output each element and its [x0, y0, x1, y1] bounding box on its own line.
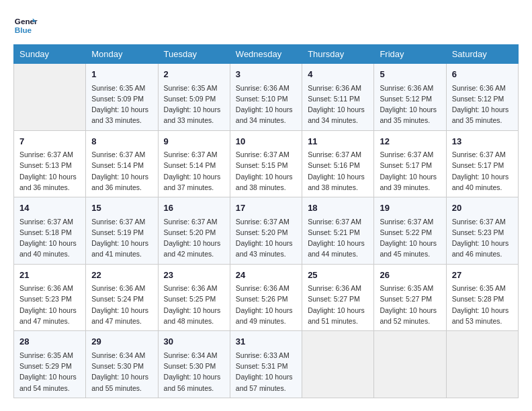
day-info: Sunrise: 6:33 AM Sunset: 5:31 PM Dayligh…	[236, 350, 296, 394]
day-info: Sunrise: 6:37 AM Sunset: 5:14 PM Dayligh…	[91, 149, 152, 193]
day-number: 3	[236, 68, 296, 81]
weekday-header-thursday: Thursday	[302, 45, 374, 64]
calendar-cell: 17Sunrise: 6:37 AM Sunset: 5:20 PM Dayli…	[230, 197, 302, 265]
weekday-header-row: SundayMondayTuesdayWednesdayThursdayFrid…	[14, 45, 519, 64]
day-number: 13	[452, 135, 513, 148]
day-number: 4	[308, 68, 368, 81]
calendar-cell: 23Sunrise: 6:36 AM Sunset: 5:25 PM Dayli…	[158, 264, 230, 331]
day-info: Sunrise: 6:36 AM Sunset: 5:10 PM Dayligh…	[236, 83, 296, 126]
day-number: 15	[91, 201, 152, 215]
calendar-cell	[14, 64, 86, 131]
calendar-cell: 22Sunrise: 6:36 AM Sunset: 5:24 PM Dayli…	[86, 264, 158, 331]
day-info: Sunrise: 6:35 AM Sunset: 5:09 PM Dayligh…	[164, 83, 224, 126]
day-info: Sunrise: 6:37 AM Sunset: 5:17 PM Dayligh…	[380, 149, 440, 193]
day-number: 25	[308, 269, 368, 282]
calendar-cell: 9Sunrise: 6:37 AM Sunset: 5:14 PM Daylig…	[158, 130, 230, 197]
calendar-cell	[374, 331, 446, 398]
calendar-cell: 8Sunrise: 6:37 AM Sunset: 5:14 PM Daylig…	[86, 130, 158, 197]
day-info: Sunrise: 6:37 AM Sunset: 5:19 PM Dayligh…	[91, 216, 152, 260]
weekday-header-friday: Friday	[374, 45, 446, 64]
calendar-cell: 12Sunrise: 6:37 AM Sunset: 5:17 PM Dayli…	[374, 130, 446, 197]
day-number: 27	[452, 269, 513, 282]
day-number: 8	[91, 135, 152, 148]
day-info: Sunrise: 6:36 AM Sunset: 5:12 PM Dayligh…	[380, 83, 440, 126]
calendar-cell: 14Sunrise: 6:37 AM Sunset: 5:18 PM Dayli…	[14, 197, 86, 265]
calendar-cell: 7Sunrise: 6:37 AM Sunset: 5:13 PM Daylig…	[14, 130, 86, 197]
day-info: Sunrise: 6:37 AM Sunset: 5:14 PM Dayligh…	[164, 149, 224, 193]
day-info: Sunrise: 6:34 AM Sunset: 5:30 PM Dayligh…	[164, 350, 224, 394]
day-number: 31	[236, 335, 296, 349]
day-info: Sunrise: 6:37 AM Sunset: 5:16 PM Dayligh…	[308, 149, 368, 193]
calendar-table: SundayMondayTuesdayWednesdayThursdayFrid…	[13, 44, 519, 398]
day-info: Sunrise: 6:37 AM Sunset: 5:23 PM Dayligh…	[452, 216, 513, 260]
day-number: 20	[452, 201, 513, 215]
calendar-cell: 13Sunrise: 6:37 AM Sunset: 5:17 PM Dayli…	[446, 130, 518, 197]
calendar-week-1: 1Sunrise: 6:35 AM Sunset: 5:09 PM Daylig…	[14, 64, 519, 131]
day-info: Sunrise: 6:37 AM Sunset: 5:15 PM Dayligh…	[236, 149, 296, 193]
day-number: 11	[308, 135, 368, 148]
calendar-cell: 5Sunrise: 6:36 AM Sunset: 5:12 PM Daylig…	[374, 64, 446, 131]
calendar-week-5: 28Sunrise: 6:35 AM Sunset: 5:29 PM Dayli…	[14, 331, 519, 398]
day-info: Sunrise: 6:35 AM Sunset: 5:27 PM Dayligh…	[380, 283, 440, 326]
logo-icon: General Blue	[13, 13, 38, 38]
day-info: Sunrise: 6:37 AM Sunset: 5:20 PM Dayligh…	[164, 216, 224, 260]
day-info: Sunrise: 6:36 AM Sunset: 5:25 PM Dayligh…	[164, 283, 224, 326]
calendar-cell: 3Sunrise: 6:36 AM Sunset: 5:10 PM Daylig…	[230, 64, 302, 131]
calendar-cell: 16Sunrise: 6:37 AM Sunset: 5:20 PM Dayli…	[158, 197, 230, 265]
weekday-header-wednesday: Wednesday	[230, 45, 302, 64]
day-info: Sunrise: 6:37 AM Sunset: 5:21 PM Dayligh…	[308, 216, 368, 260]
weekday-header-monday: Monday	[86, 45, 158, 64]
day-number: 16	[164, 201, 224, 215]
calendar-body: 1Sunrise: 6:35 AM Sunset: 5:09 PM Daylig…	[14, 64, 519, 398]
calendar-cell: 31Sunrise: 6:33 AM Sunset: 5:31 PM Dayli…	[230, 331, 302, 398]
day-number: 6	[452, 68, 513, 81]
weekday-header-saturday: Saturday	[446, 45, 518, 64]
day-number: 12	[380, 135, 440, 148]
day-number: 28	[19, 335, 80, 349]
calendar-cell: 19Sunrise: 6:37 AM Sunset: 5:22 PM Dayli…	[374, 197, 446, 265]
calendar-cell	[302, 331, 374, 398]
day-info: Sunrise: 6:37 AM Sunset: 5:20 PM Dayligh…	[236, 216, 296, 260]
day-number: 24	[236, 269, 296, 282]
day-info: Sunrise: 6:36 AM Sunset: 5:11 PM Dayligh…	[308, 83, 368, 126]
day-info: Sunrise: 6:35 AM Sunset: 5:28 PM Dayligh…	[452, 283, 513, 326]
day-number: 7	[19, 135, 80, 148]
day-info: Sunrise: 6:35 AM Sunset: 5:29 PM Dayligh…	[19, 350, 80, 394]
svg-text:Blue: Blue	[15, 26, 32, 34]
calendar-week-2: 7Sunrise: 6:37 AM Sunset: 5:13 PM Daylig…	[14, 130, 519, 197]
day-number: 5	[380, 68, 440, 81]
day-info: Sunrise: 6:36 AM Sunset: 5:24 PM Dayligh…	[91, 283, 152, 326]
day-info: Sunrise: 6:35 AM Sunset: 5:09 PM Dayligh…	[91, 83, 152, 126]
day-number: 18	[308, 201, 368, 215]
day-number: 14	[19, 201, 80, 215]
calendar-cell: 6Sunrise: 6:36 AM Sunset: 5:12 PM Daylig…	[446, 64, 518, 131]
day-number: 21	[19, 269, 80, 282]
day-info: Sunrise: 6:37 AM Sunset: 5:17 PM Dayligh…	[452, 149, 513, 193]
day-info: Sunrise: 6:36 AM Sunset: 5:27 PM Dayligh…	[308, 283, 368, 326]
weekday-header-tuesday: Tuesday	[158, 45, 230, 64]
calendar-week-3: 14Sunrise: 6:37 AM Sunset: 5:18 PM Dayli…	[14, 197, 519, 265]
calendar-cell: 30Sunrise: 6:34 AM Sunset: 5:30 PM Dayli…	[158, 331, 230, 398]
calendar-cell: 4Sunrise: 6:36 AM Sunset: 5:11 PM Daylig…	[302, 64, 374, 131]
logo: General Blue	[13, 13, 38, 38]
calendar-cell: 15Sunrise: 6:37 AM Sunset: 5:19 PM Dayli…	[86, 197, 158, 265]
day-info: Sunrise: 6:36 AM Sunset: 5:12 PM Dayligh…	[452, 83, 513, 126]
day-number: 29	[91, 335, 152, 349]
day-info: Sunrise: 6:36 AM Sunset: 5:23 PM Dayligh…	[19, 283, 80, 326]
day-info: Sunrise: 6:37 AM Sunset: 5:18 PM Dayligh…	[19, 216, 80, 260]
day-number: 9	[164, 135, 224, 148]
calendar-cell: 11Sunrise: 6:37 AM Sunset: 5:16 PM Dayli…	[302, 130, 374, 197]
day-info: Sunrise: 6:34 AM Sunset: 5:30 PM Dayligh…	[91, 350, 152, 394]
calendar-cell: 26Sunrise: 6:35 AM Sunset: 5:27 PM Dayli…	[374, 264, 446, 331]
calendar-cell	[446, 331, 518, 398]
day-number: 26	[380, 269, 440, 282]
calendar-cell: 27Sunrise: 6:35 AM Sunset: 5:28 PM Dayli…	[446, 264, 518, 331]
calendar-cell: 20Sunrise: 6:37 AM Sunset: 5:23 PM Dayli…	[446, 197, 518, 265]
day-number: 22	[91, 269, 152, 282]
calendar-cell: 25Sunrise: 6:36 AM Sunset: 5:27 PM Dayli…	[302, 264, 374, 331]
calendar-cell: 29Sunrise: 6:34 AM Sunset: 5:30 PM Dayli…	[86, 331, 158, 398]
page-header: General Blue	[13, 13, 519, 38]
day-number: 19	[380, 201, 440, 215]
day-number: 10	[236, 135, 296, 148]
day-number: 30	[164, 335, 224, 349]
